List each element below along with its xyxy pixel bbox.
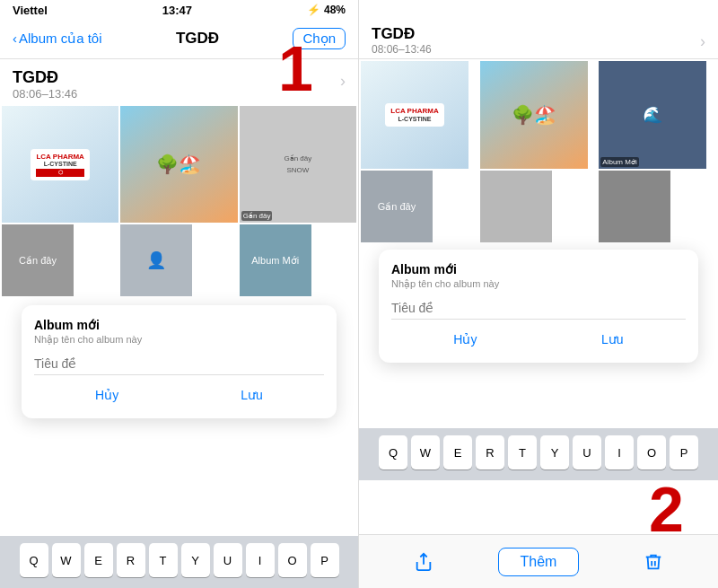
chevron-left-icon: ‹ xyxy=(13,31,17,46)
photo-tree-beach-left: 🌳🏖️ xyxy=(120,106,237,223)
photo-cell-5[interactable]: 👤 xyxy=(120,224,192,296)
photo-r-3[interactable]: 🌊 Album Mới xyxy=(599,61,706,169)
photo-label-gn: Gần đây xyxy=(241,211,273,221)
cancel-button-right[interactable]: Hủy xyxy=(435,329,495,350)
key-t-right[interactable]: T xyxy=(508,435,537,470)
album-card-inner-right: Album mới Nhập tên cho album này Hủy Lưu xyxy=(379,250,698,363)
photo-label-albummoi: Album Mới xyxy=(600,157,638,167)
key-e-right[interactable]: E xyxy=(443,435,472,470)
photo-grid-left: LCA PHARMA L-CYSTINE ⬡ 🌳🏖️ Gần đây SNOW … xyxy=(0,106,358,296)
key-w-right[interactable]: W xyxy=(411,435,440,470)
key-i-left[interactable]: I xyxy=(246,543,275,577)
key-y-right[interactable]: Y xyxy=(540,435,569,470)
add-button[interactable]: Thêm xyxy=(498,548,580,576)
photo-cell-3[interactable]: Gần đây SNOW Gần đây xyxy=(240,106,356,223)
photo-cell-1[interactable]: LCA PHARMA L-CYSTINE ⬡ xyxy=(2,106,118,223)
photo-medicine-left: LCA PHARMA L-CYSTINE ⬡ xyxy=(2,106,118,223)
photo-r-2[interactable]: 🌳🏖️ xyxy=(480,61,588,169)
key-u-left[interactable]: U xyxy=(214,543,242,577)
photo-r-1[interactable]: LCA PHARMA L-CYSTINE xyxy=(361,61,468,169)
key-w-left[interactable]: W xyxy=(52,543,81,577)
keyboard-left: Q W E R T Y U I O P xyxy=(0,536,358,588)
key-t-left[interactable]: T xyxy=(149,543,178,577)
album-new-title-right: Album mới xyxy=(391,262,686,276)
photo-cell-6[interactable]: Album Mới xyxy=(240,224,311,296)
key-p-left[interactable]: P xyxy=(311,543,339,577)
battery-pct-left: 48% xyxy=(324,4,346,16)
album-info-left: TGDĐ 08:06–13:46 xyxy=(13,68,77,101)
nav-subtitle-right: 08:06–13:46 xyxy=(372,43,432,56)
album-actions-left: Hủy Lưu xyxy=(34,384,324,406)
album-card-inner-left: Album mới Nhập tên cho album này Hủy Lưu xyxy=(22,305,337,418)
key-p-right[interactable]: P xyxy=(670,435,698,470)
key-y-left[interactable]: Y xyxy=(181,543,210,577)
album-new-subtitle-right: Nhập tên cho album này xyxy=(391,278,686,290)
back-label-left: Album của tôi xyxy=(19,31,102,47)
key-e-left[interactable]: E xyxy=(84,543,113,577)
photo-cell-2[interactable]: 🌳🏖️ xyxy=(120,106,237,223)
cancel-button-left[interactable]: Hủy xyxy=(77,384,136,406)
chevron-right-icon-right[interactable]: › xyxy=(700,32,705,51)
share-button[interactable] xyxy=(404,542,443,582)
album-header-left: TGDĐ 08:06–13:46 › xyxy=(0,59,358,106)
album-new-card-left: Album mới Nhập tên cho album này Hủy Lưu xyxy=(9,305,349,418)
nav-info-right: TGDĐ 08:06–13:46 xyxy=(372,25,432,56)
right-panel: TGDĐ 08:06–13:46 › LCA PHARMA L-CYSTINE … xyxy=(359,0,718,588)
photo-grid-right: LCA PHARMA L-CYSTINE 🌳🏖️ 🌊 Album Mới Gần xyxy=(359,59,718,244)
time-left: 13:47 xyxy=(162,4,192,17)
delete-button[interactable] xyxy=(634,542,673,582)
bottom-toolbar: Thêm xyxy=(359,534,718,588)
keyboard-right: Q W E R T Y U I O P xyxy=(359,428,718,480)
key-q-left[interactable]: Q xyxy=(20,543,48,577)
key-i-right[interactable]: I xyxy=(605,435,634,470)
key-o-right[interactable]: O xyxy=(637,435,666,470)
key-o-left[interactable]: O xyxy=(278,543,307,577)
album-name-input-right[interactable] xyxy=(391,297,686,320)
photo-cell-4[interactable]: Cần đây xyxy=(2,224,74,296)
battery-icon-left: ⚡ xyxy=(307,4,320,16)
album-subtitle-left: 08:06–13:46 xyxy=(13,87,77,101)
status-right-left: ⚡ 48% xyxy=(307,4,346,16)
content-left: TGDĐ 08:06–13:46 › LCA PHARMA L-CYSTINE … xyxy=(0,59,358,588)
key-r-left[interactable]: R xyxy=(117,543,145,577)
album-new-card-right: Album mới Nhập tên cho album này Hủy Lưu xyxy=(366,250,711,363)
album-title-left: TGDĐ xyxy=(13,68,77,87)
album-new-subtitle-left: Nhập tên cho album này xyxy=(34,334,324,346)
back-button-left[interactable]: ‹ Album của tôi xyxy=(13,31,102,47)
chon-button[interactable]: Chọn xyxy=(293,28,346,49)
save-button-left[interactable]: Lưu xyxy=(223,384,281,406)
photo-r-5[interactable] xyxy=(480,171,552,242)
content-right: LCA PHARMA L-CYSTINE 🌳🏖️ 🌊 Album Mới Gần xyxy=(359,59,718,534)
status-bar-left: Viettel 13:47 ⚡ 48% xyxy=(0,0,358,20)
nav-title-left: TGDĐ xyxy=(176,30,219,48)
album-name-input-left[interactable] xyxy=(34,353,324,375)
key-r-right[interactable]: R xyxy=(476,435,504,470)
keyboard-row-left: Q W E R T Y U I O P xyxy=(4,543,355,577)
photo-gray-left: Gần đây SNOW xyxy=(240,106,356,223)
nav-bar-right: TGDĐ 08:06–13:46 › xyxy=(359,0,718,59)
key-q-right[interactable]: Q xyxy=(379,435,407,470)
photo-r-6[interactable] xyxy=(599,171,670,242)
key-u-right[interactable]: U xyxy=(573,435,601,470)
left-panel: Viettel 13:47 ⚡ 48% ‹ Album của tôi TGDĐ… xyxy=(0,0,359,588)
nav-title-right: TGDĐ xyxy=(372,25,432,43)
chevron-right-icon-left[interactable]: › xyxy=(340,72,346,91)
album-actions-right: Hủy Lưu xyxy=(391,329,686,350)
photo-r-4[interactable]: Gần đây xyxy=(361,171,433,242)
nav-bar-left: ‹ Album của tôi TGDĐ Chọn xyxy=(0,20,358,59)
chon-label: Chọn xyxy=(302,31,336,46)
album-new-title-left: Album mới xyxy=(34,318,324,332)
save-button-right[interactable]: Lưu xyxy=(583,329,642,350)
carrier-left: Viettel xyxy=(13,4,48,17)
keyboard-row-right: Q W E R T Y U I O P xyxy=(363,435,714,470)
